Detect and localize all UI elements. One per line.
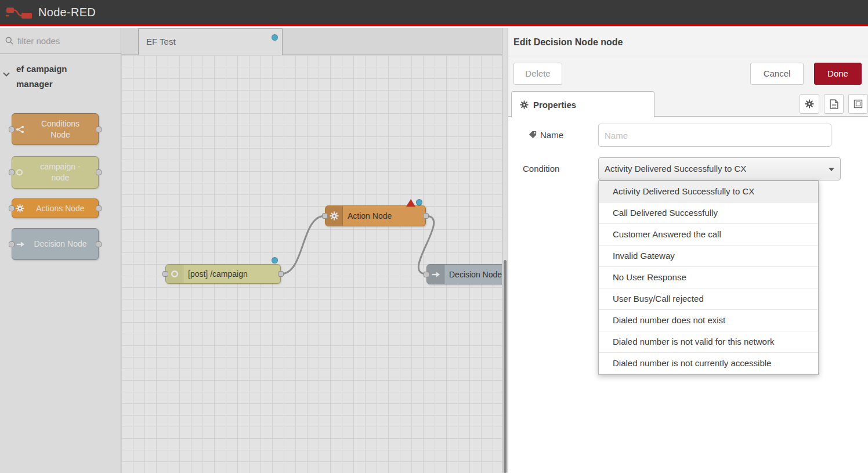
flow-node-http-in-campaign[interactable]: [post] /campaign: [165, 264, 281, 284]
tray-header: Edit Decision Node node: [508, 28, 868, 56]
node-input-port[interactable]: [162, 271, 168, 277]
tab-properties-label: Properties: [533, 100, 576, 110]
tab-properties[interactable]: Properties: [511, 91, 654, 117]
node-label: Action Node: [348, 211, 392, 221]
palette-category-ef-campaign-manager[interactable]: ef campaign manager: [0, 60, 121, 114]
dropdown-option[interactable]: Customer Answered the call: [599, 224, 818, 245]
node-changed-dot: [416, 199, 422, 205]
dropdown-option[interactable]: User Busy/Call rejected: [599, 288, 818, 310]
workspace-tabbar: EF Test: [121, 28, 502, 55]
palette-node-label: Decision Node: [31, 239, 89, 250]
palette-search: [0, 28, 121, 54]
name-field-row: Name: [508, 124, 868, 147]
chevron-down-icon: [829, 168, 834, 171]
tray-tabrow: Properties: [508, 91, 868, 117]
node-label: [post] /campaign: [188, 269, 248, 279]
dropdown-option[interactable]: No User Response: [599, 267, 818, 288]
app-title: Node-RED: [38, 6, 96, 19]
condition-select[interactable]: Activity Delivered Successfully to CX: [598, 157, 841, 180]
arrow-right-icon: [427, 265, 444, 284]
node-input-port[interactable]: [9, 127, 15, 132]
node-output-port[interactable]: [96, 169, 102, 175]
cancel-button[interactable]: Cancel: [750, 63, 804, 85]
arrow-right-icon: [16, 240, 25, 248]
node-input-port[interactable]: [9, 205, 15, 211]
edit-node-tray: Edit Decision Node node Delete Cancel Do…: [508, 28, 868, 473]
gear-icon: [520, 100, 529, 109]
globe-icon: [166, 265, 183, 283]
gear-icon: [16, 204, 24, 213]
filter-nodes-input[interactable]: [17, 36, 113, 46]
node-appearance-button[interactable]: [848, 94, 868, 114]
name-label: Name: [540, 124, 563, 147]
dropdown-option[interactable]: Activity Delivered Successfully to CX: [599, 181, 818, 203]
gear-icon: [805, 99, 814, 109]
condition-dropdown-menu: Activity Delivered Successfully to CX Ca…: [598, 180, 819, 375]
flow-tab-label: EF Test: [146, 37, 176, 46]
node-description-button[interactable]: [824, 94, 844, 114]
node-output-port[interactable]: [96, 205, 102, 211]
wire[interactable]: [281, 216, 325, 274]
dropdown-option[interactable]: Invalid Gateway: [599, 245, 818, 267]
palette-node-label: Conditions Node: [31, 118, 89, 140]
node-input-port[interactable]: [322, 213, 328, 219]
done-button[interactable]: Done: [814, 63, 862, 85]
canvas-scrollbar: [502, 28, 508, 473]
delete-button[interactable]: Delete: [513, 63, 562, 85]
node-output-port[interactable]: [278, 271, 284, 277]
flow-node-decision[interactable]: Decision Node: [426, 264, 502, 284]
flow-tab-ef-test[interactable]: EF Test: [138, 28, 283, 55]
node-red-logo-icon: [6, 5, 32, 20]
dropdown-option[interactable]: Call Delivered Successfully: [599, 203, 818, 224]
flow-canvas[interactable]: [post] /campaign Action Node: [121, 55, 502, 473]
condition-field-row: Condition Activity Delivered Successfull…: [508, 157, 868, 180]
node-input-port[interactable]: [9, 169, 15, 175]
node-error-triangle-icon: [406, 199, 415, 207]
name-input[interactable]: [598, 124, 831, 147]
unsaved-changes-dot: [272, 34, 278, 41]
node-label: Decision Node: [449, 270, 502, 279]
node-red-editor: Node-RED ef campaign manager: [0, 0, 868, 473]
palette-node-campaign[interactable]: campaign - node: [12, 156, 99, 189]
dropdown-option[interactable]: Dialed number is not valid for this netw…: [599, 331, 818, 353]
palette-node-label: campaign - node: [31, 161, 89, 183]
palette-node-actions[interactable]: Actions Node: [12, 198, 99, 218]
node-changed-dot: [272, 257, 278, 263]
dropdown-option[interactable]: Dialed number is not currently accessibl…: [599, 353, 818, 374]
document-icon: [830, 99, 838, 109]
search-icon: [5, 36, 14, 45]
chevron-down-icon: [3, 68, 10, 79]
node-settings-button[interactable]: [800, 94, 819, 114]
node-output-port[interactable]: [96, 127, 102, 132]
node-output-port[interactable]: [96, 241, 102, 247]
globe-icon: [16, 169, 23, 176]
palette-node-conditions[interactable]: Conditions Node: [12, 113, 99, 145]
canvas-scrollbar-handle[interactable]: [504, 260, 507, 473]
branch-icon: [16, 125, 24, 133]
condition-selected-value: Activity Delivered Successfully to CX: [599, 158, 840, 180]
flow-node-action[interactable]: Action Node: [325, 205, 426, 226]
app-header: Node-RED: [0, 0, 868, 26]
tray-toolbar: Delete Cancel Done: [508, 56, 868, 91]
tray-title: Edit Decision Node node: [508, 28, 868, 56]
gear-icon: [326, 206, 343, 226]
palette-category-label: ef campaign manager: [16, 60, 85, 92]
condition-label: Condition: [523, 157, 559, 180]
tag-icon: [529, 131, 537, 142]
frame-icon: [853, 99, 863, 109]
node-palette: ef campaign manager Conditions Node: [0, 28, 121, 473]
node-input-port[interactable]: [9, 241, 15, 247]
palette-node-label: Actions Node: [31, 203, 89, 214]
node-output-port[interactable]: [423, 213, 429, 219]
dropdown-option[interactable]: Dialed number does not exist: [599, 310, 818, 331]
palette-node-decision[interactable]: Decision Node: [12, 228, 99, 260]
node-input-port[interactable]: [424, 272, 429, 277]
